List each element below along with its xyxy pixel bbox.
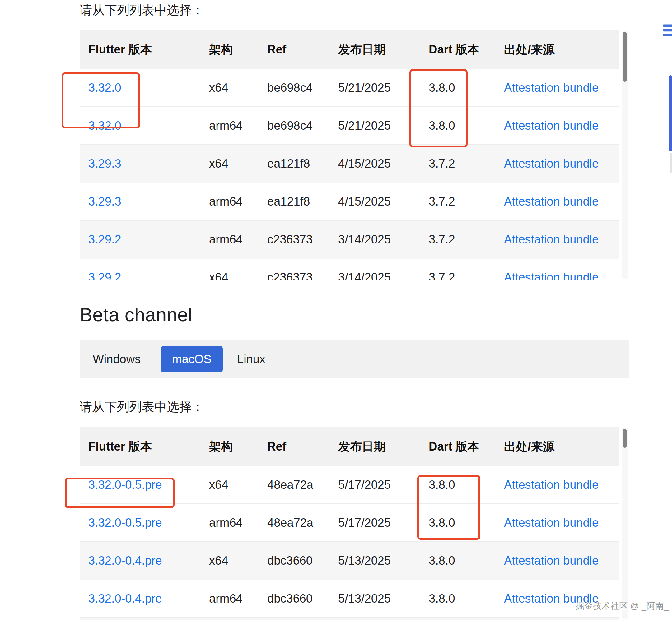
- header-dart-version: Dart 版本: [429, 439, 504, 455]
- arch-cell: arm64: [209, 195, 267, 208]
- arch-cell: x64: [209, 81, 267, 95]
- table-row: 3.32.0 arm64 be698c4 5/21/2025 3.8.0 Att…: [80, 107, 619, 145]
- flutter-version-link[interactable]: 3.29.3: [88, 157, 209, 170]
- dart-version-cell: 3.8.0: [429, 81, 504, 95]
- dart-version-cell: 3.8.0: [429, 592, 504, 605]
- tab-macos[interactable]: macOS: [161, 346, 223, 372]
- dart-version-cell: 3.7.2: [429, 157, 504, 170]
- release-date-cell: 5/21/2025: [338, 81, 429, 95]
- beta-versions-table: Flutter 版本 架构 Ref 发布日期 Dart 版本 出处/来源 3.3…: [80, 427, 619, 620]
- ref-cell: c236373: [267, 233, 338, 246]
- dart-version-cell: 3.7.2: [429, 271, 504, 280]
- header-arch: 架构: [209, 439, 267, 455]
- attestation-bundle-link[interactable]: Attestation bundle: [504, 271, 619, 280]
- attestation-bundle-link[interactable]: Attestation bundle: [504, 157, 619, 170]
- ref-cell: be698c4: [267, 81, 338, 95]
- flutter-version-link[interactable]: 3.32.0-0.4.pre: [88, 554, 209, 567]
- attestation-bundle-link[interactable]: Attestation bundle: [504, 478, 619, 492]
- arch-cell: x64: [209, 554, 267, 567]
- table-row: 3.32.0-0.5.pre x64 48ea72a 5/17/2025 3.8…: [80, 466, 619, 504]
- table-header-row: Flutter 版本 架构 Ref 发布日期 Dart 版本 出处/来源: [80, 427, 619, 466]
- flutter-version-link[interactable]: 3.32.0: [88, 81, 209, 95]
- attestation-bundle-link[interactable]: Attestation bundle: [504, 554, 619, 567]
- arch-cell: arm64: [209, 592, 267, 605]
- table-row: 3.32.0-0.4.pre x64 dbc3660 5/13/2025 3.8…: [80, 542, 619, 580]
- ref-cell: dbc3660: [267, 554, 338, 567]
- list-icon: [662, 22, 672, 39]
- ref-cell: dbc3660: [267, 592, 338, 605]
- attestation-bundle-link[interactable]: Attestation bundle: [504, 195, 619, 208]
- header-flutter-version: Flutter 版本: [88, 439, 209, 455]
- arch-cell: x64: [209, 478, 267, 492]
- tab-windows[interactable]: Windows: [93, 340, 141, 378]
- page-scrollbar-thumb[interactable]: [669, 75, 672, 151]
- release-date-cell: 5/13/2025: [338, 592, 429, 605]
- attestation-bundle-link[interactable]: Attestation bundle: [504, 516, 619, 529]
- scrollbar-thumb[interactable]: [623, 429, 627, 448]
- header-release-date: 发布日期: [338, 439, 429, 455]
- select-prompt: 请从下列列表中选择：: [80, 399, 204, 414]
- attestation-bundle-link[interactable]: Attestation bundle: [504, 233, 619, 246]
- arch-cell: arm64: [209, 516, 267, 529]
- dart-version-cell: 3.8.0: [429, 516, 504, 529]
- table-row: 3.29.2 arm64 c236373 3/14/2025 3.7.2 Att…: [80, 221, 619, 259]
- tab-linux[interactable]: Linux: [237, 340, 266, 378]
- table-row-clipped: [80, 618, 619, 620]
- table-scrollbar[interactable]: [622, 428, 628, 619]
- flutter-version-link[interactable]: 3.29.2: [88, 271, 209, 280]
- table-row: 3.32.0 x64 be698c4 5/21/2025 3.8.0 Attes…: [80, 69, 619, 107]
- watermark: 掘金技术社区 @ _阿南_: [576, 600, 669, 612]
- header-dart-version: Dart 版本: [429, 42, 504, 57]
- release-date-cell: 5/13/2025: [338, 554, 429, 567]
- header-release-date: 发布日期: [338, 42, 429, 57]
- dart-version-cell: 3.8.0: [429, 119, 504, 133]
- select-prompt: 请从下列列表中选择：: [80, 2, 204, 17]
- attestation-bundle-link[interactable]: Attestation bundle: [504, 119, 619, 133]
- scrollbar-thumb[interactable]: [623, 32, 627, 82]
- ref-cell: c236373: [267, 271, 338, 280]
- release-date-cell: 5/17/2025: [338, 478, 429, 492]
- ref-cell: 48ea72a: [267, 478, 338, 492]
- ref-cell: ea121f8: [267, 157, 338, 170]
- release-date-cell: 3/14/2025: [338, 233, 429, 246]
- table-header-row: Flutter 版本 架构 Ref 发布日期 Dart 版本 出处/来源: [80, 30, 619, 69]
- page-scrollbar-track: [670, 153, 672, 173]
- header-provenance: 出处/来源: [504, 42, 619, 57]
- header-ref: Ref: [267, 43, 338, 56]
- release-date-cell: 3/14/2025: [338, 271, 429, 280]
- arch-cell: arm64: [209, 233, 267, 246]
- table-row: 3.29.3 x64 ea121f8 4/15/2025 3.7.2 Attes…: [80, 145, 619, 183]
- dart-version-cell: 3.7.2: [429, 233, 504, 246]
- ref-cell: 48ea72a: [267, 516, 338, 529]
- ref-cell: be698c4: [267, 119, 338, 133]
- dart-version-cell: 3.8.0: [429, 554, 504, 567]
- release-date-cell: 4/15/2025: [338, 195, 429, 208]
- ref-cell: ea121f8: [267, 195, 338, 208]
- table-row: 3.29.3 arm64 ea121f8 4/15/2025 3.7.2 Att…: [80, 183, 619, 221]
- header-flutter-version: Flutter 版本: [88, 42, 209, 57]
- arch-cell: x64: [209, 157, 267, 170]
- os-tabstrip: Windows macOS Linux: [80, 340, 629, 378]
- table-row: 3.32.0-0.5.pre arm64 48ea72a 5/17/2025 3…: [80, 504, 619, 542]
- release-date-cell: 5/17/2025: [338, 516, 429, 529]
- flutter-version-link[interactable]: 3.32.0-0.5.pre: [88, 478, 209, 492]
- flutter-version-link[interactable]: 3.32.0-0.4.pre: [88, 592, 209, 605]
- beta-channel-heading: Beta channel: [80, 302, 192, 327]
- table-row: 3.29.2 x64 c236373 3/14/2025 3.7.2 Attes…: [80, 259, 619, 280]
- flutter-version-link[interactable]: 3.32.0-0.5.pre: [88, 516, 209, 529]
- flutter-version-link[interactable]: 3.32.0: [88, 119, 209, 133]
- flutter-version-link[interactable]: 3.29.2: [88, 233, 209, 246]
- attestation-bundle-link[interactable]: Attestation bundle: [504, 81, 619, 95]
- arch-cell: arm64: [209, 119, 267, 133]
- stable-versions-table: Flutter 版本 架构 Ref 发布日期 Dart 版本 出处/来源 3.3…: [80, 30, 619, 280]
- toc-list-icon[interactable]: [662, 22, 672, 39]
- dart-version-cell: 3.8.0: [429, 478, 504, 492]
- table-scrollbar[interactable]: [622, 31, 628, 279]
- dart-version-cell: 3.7.2: [429, 195, 504, 208]
- release-date-cell: 4/15/2025: [338, 157, 429, 170]
- header-arch: 架构: [209, 42, 267, 57]
- release-date-cell: 5/21/2025: [338, 119, 429, 133]
- flutter-version-link[interactable]: 3.29.3: [88, 195, 209, 208]
- table-row: 3.32.0-0.4.pre arm64 dbc3660 5/13/2025 3…: [80, 580, 619, 618]
- arch-cell: x64: [209, 271, 267, 280]
